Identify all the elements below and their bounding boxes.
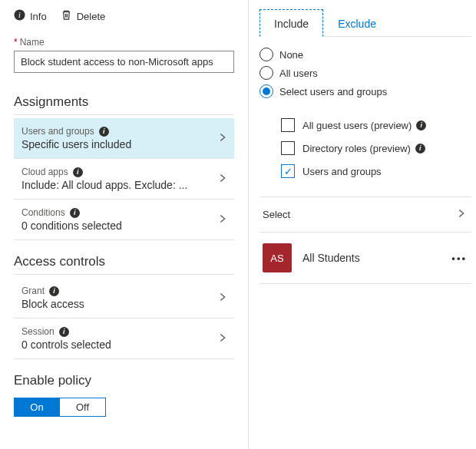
chevron-right-icon bbox=[217, 292, 228, 305]
row-subtitle: Block access bbox=[21, 298, 84, 310]
enable-policy-heading: Enable policy bbox=[14, 373, 234, 393]
top-action-bar: i Info Delete bbox=[14, 9, 234, 23]
sub-check-group: All guest users (preview)i Directory rol… bbox=[259, 103, 471, 190]
selected-group-row: AS All Students ••• bbox=[259, 233, 471, 284]
row-title: Session bbox=[21, 326, 55, 337]
radio-icon bbox=[259, 48, 273, 61]
row-title: Grant bbox=[21, 286, 45, 296]
assignments-conditions-row[interactable]: Conditions i 0 conditions selected bbox=[14, 200, 234, 240]
include-exclude-tabs: Include Exclude bbox=[259, 9, 471, 37]
enable-policy-toggle[interactable]: On Off bbox=[14, 398, 234, 417]
row-title: Users and groups bbox=[21, 126, 94, 137]
checkbox-icon: ✓ bbox=[281, 164, 295, 178]
policy-name-input[interactable] bbox=[14, 51, 234, 73]
chevron-right-icon bbox=[456, 208, 467, 221]
info-icon: i bbox=[59, 327, 69, 337]
chevron-right-icon bbox=[217, 132, 228, 145]
assignments-heading: Assignments bbox=[14, 94, 234, 115]
chevron-right-icon bbox=[217, 213, 228, 226]
access-grant-row[interactable]: Grant i Block access bbox=[14, 278, 234, 319]
delete-button[interactable]: Delete bbox=[61, 9, 106, 23]
radio-none[interactable]: None bbox=[259, 48, 471, 61]
checkbox-icon bbox=[281, 141, 295, 155]
radio-label: Select users and groups bbox=[279, 86, 387, 97]
check-directory-roles[interactable]: Directory roles (preview)i bbox=[281, 141, 471, 155]
delete-label: Delete bbox=[77, 11, 106, 22]
check-label-text: Directory roles (preview) bbox=[302, 143, 411, 154]
left-pane: i Info Delete *Name Assignments Users an… bbox=[0, 0, 249, 449]
info-label: Info bbox=[30, 11, 47, 22]
access-session-row[interactable]: Session i 0 controls selected bbox=[14, 319, 234, 359]
row-subtitle: 0 conditions selected bbox=[21, 220, 122, 232]
row-subtitle: Specific users included bbox=[21, 138, 131, 150]
radio-label: All users bbox=[279, 68, 318, 79]
chevron-right-icon bbox=[217, 332, 228, 345]
info-icon: i bbox=[70, 208, 80, 218]
info-icon: i bbox=[49, 286, 59, 296]
row-subtitle: 0 controls selected bbox=[21, 338, 111, 351]
info-icon: i bbox=[99, 127, 109, 137]
group-avatar: AS bbox=[263, 243, 292, 272]
access-controls-heading: Access controls bbox=[14, 254, 234, 275]
toggle-off[interactable]: Off bbox=[60, 398, 106, 417]
info-icon: i bbox=[415, 144, 425, 154]
check-label-text: All guest users (preview) bbox=[302, 120, 412, 131]
required-star: * bbox=[14, 37, 18, 48]
chevron-right-icon bbox=[217, 173, 228, 186]
trash-icon bbox=[61, 9, 72, 23]
name-field-label: *Name bbox=[14, 37, 234, 48]
radio-all-users[interactable]: All users bbox=[259, 66, 471, 80]
info-button[interactable]: i Info bbox=[14, 9, 47, 23]
right-pane: Include Exclude None All users Select us… bbox=[249, 0, 476, 449]
svg-text:i: i bbox=[18, 11, 21, 19]
tab-include[interactable]: Include bbox=[259, 9, 323, 37]
group-name: All Students bbox=[302, 252, 441, 264]
row-subtitle: Include: All cloud apps. Exclude: ... bbox=[21, 179, 187, 191]
radio-label: None bbox=[279, 49, 303, 61]
info-icon: i bbox=[416, 121, 426, 130]
radio-icon bbox=[259, 84, 273, 98]
tab-exclude[interactable]: Exclude bbox=[323, 9, 391, 36]
select-label: Select bbox=[263, 209, 290, 220]
check-users-groups[interactable]: ✓ Users and groups bbox=[281, 164, 471, 178]
select-users-button[interactable]: Select bbox=[259, 196, 471, 233]
assignments-users-groups-row[interactable]: Users and groups i Specific users includ… bbox=[14, 118, 234, 159]
check-guest-users[interactable]: All guest users (preview)i bbox=[281, 118, 471, 132]
assignments-cloud-apps-row[interactable]: Cloud apps i Include: All cloud apps. Ex… bbox=[14, 159, 234, 200]
info-icon: i bbox=[73, 167, 83, 177]
toggle-on[interactable]: On bbox=[14, 398, 60, 417]
checkbox-icon bbox=[281, 118, 295, 132]
more-icon[interactable]: ••• bbox=[451, 253, 467, 264]
info-icon: i bbox=[14, 9, 25, 23]
row-title: Conditions bbox=[21, 207, 65, 218]
check-label-text: Users and groups bbox=[302, 166, 382, 177]
row-title: Cloud apps bbox=[21, 167, 68, 177]
radio-select-users-groups[interactable]: Select users and groups bbox=[259, 84, 471, 98]
radio-icon bbox=[259, 66, 273, 80]
